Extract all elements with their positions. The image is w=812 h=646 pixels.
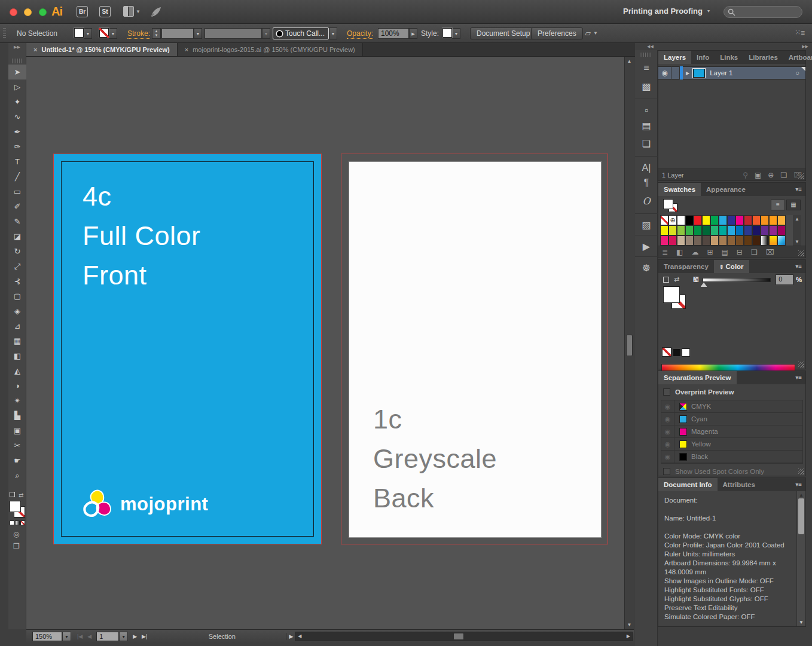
artboard-number-field[interactable]: 1 [96, 632, 119, 641]
swatch[interactable] [744, 215, 752, 225]
white-swatch-button[interactable] [682, 348, 690, 357]
screen-mode-icon[interactable]: ❐ [13, 542, 20, 550]
navigator-panel-icon[interactable]: ☸ [635, 256, 658, 274]
separation-cyan[interactable]: ◉ Cyan [661, 413, 802, 425]
swatch[interactable] [677, 215, 685, 225]
line-segment-tool[interactable]: ╱ [8, 169, 26, 184]
docinfo-panel-menu-icon[interactable]: ▾≡ [792, 478, 805, 491]
panel-tab[interactable]: Document Info [658, 478, 718, 491]
swatches-panel-menu-icon[interactable]: ▾≡ [792, 183, 805, 196]
tools-gripper[interactable] [12, 59, 22, 63]
eraser-tool[interactable]: ◪ [8, 229, 26, 244]
cc-libraries-icon[interactable]: ☁ [691, 248, 698, 256]
swatch[interactable] [752, 215, 761, 225]
color-fill-proxy[interactable] [663, 286, 680, 303]
swatch-scroll-down-icon[interactable]: ▼ [793, 239, 801, 244]
swatch-libraries-icon[interactable]: ≣ [662, 248, 668, 256]
swap-fill-stroke-icon[interactable]: ⇄ [19, 492, 23, 498]
slider-track[interactable] [703, 278, 771, 282]
swatch[interactable] [702, 215, 710, 225]
shaper-tool[interactable]: ✎ [8, 214, 26, 229]
swatch[interactable] [752, 235, 761, 246]
bridge-button[interactable]: Br [77, 6, 88, 17]
separation-visibility-icon[interactable]: ◉ [661, 425, 674, 438]
tab-close-icon[interactable]: × [33, 46, 37, 53]
canvas-vertical-scrollbar[interactable]: ▲ ▼ [624, 57, 634, 629]
panel-resize-grip[interactable] [798, 469, 804, 474]
layer-name[interactable]: Layer 1 [710, 69, 732, 76]
swatch[interactable] [769, 225, 777, 235]
close-window-button[interactable] [10, 8, 17, 16]
tools-panel-header[interactable]: ▶▶ [8, 43, 26, 57]
control-bar-gripper[interactable] [3, 28, 6, 39]
tab-close-icon[interactable]: × [185, 46, 188, 53]
fill-swatch[interactable] [74, 28, 84, 38]
slider-value-field[interactable]: 0 [776, 274, 793, 285]
graphic-style-control[interactable]: ▼ [442, 28, 460, 39]
zoom-level-field[interactable]: 150% [32, 632, 62, 641]
mesh-tool[interactable]: ▦ [8, 333, 26, 348]
swatch[interactable] [677, 235, 685, 246]
swatch[interactable] [694, 225, 702, 235]
transparency-panel-icon[interactable]: ▨ [635, 213, 658, 231]
swatch[interactable] [694, 215, 702, 225]
direct-selection-tool[interactable]: ▷ [8, 79, 26, 94]
stroke-weight-stepper[interactable]: ▲▼ [152, 28, 161, 39]
make-clipping-mask-icon[interactable]: ▣ [755, 171, 761, 179]
zoom-dropdown-icon[interactable]: ▼ [62, 632, 71, 641]
swatch[interactable] [702, 235, 710, 246]
panel-resize-grip[interactable] [798, 250, 804, 256]
search-input[interactable] [724, 6, 802, 18]
brush-dropdown-icon[interactable]: ▼ [329, 27, 337, 39]
gradient-tool[interactable]: ◧ [8, 348, 26, 363]
color-swap-icon[interactable]: ⇄ [674, 275, 679, 283]
docinfo-scroll-down-icon[interactable]: ▼ [797, 620, 805, 625]
shape-builder-tool[interactable]: ◈ [8, 304, 26, 319]
panel-tab[interactable]: Attributes [718, 478, 761, 491]
artboard-back[interactable]: 1c Greyscale Back [349, 162, 601, 537]
layer-lock-cell[interactable] [671, 66, 680, 79]
layer-thumbnail[interactable] [693, 69, 705, 78]
fill-proxy-swatch[interactable] [10, 501, 21, 512]
swatch-gradient-orange[interactable] [769, 235, 777, 246]
free-transform-tool[interactable]: ▢ [8, 289, 26, 304]
swatch[interactable] [710, 225, 719, 235]
swatch[interactable] [769, 215, 777, 225]
drawing-mode-icon[interactable]: ◎ [13, 530, 19, 538]
swatch[interactable] [727, 225, 735, 235]
panel-tab[interactable]: Links [715, 51, 743, 64]
none-mode-button[interactable] [20, 521, 25, 525]
control-panel-menu-icon[interactable]: ⁙≡ [795, 29, 805, 37]
separation-visibility-icon[interactable]: ◉ [661, 400, 674, 413]
slice-tool[interactable]: ✂ [8, 438, 26, 453]
swatch[interactable] [777, 215, 786, 225]
style-dropdown-icon[interactable]: ▼ [452, 28, 460, 39]
eyedropper-tool[interactable]: ◭ [8, 363, 26, 378]
gpu-performance-rocket-icon[interactable] [149, 6, 163, 18]
stroke-weight-select[interactable]: ▼ [161, 28, 202, 39]
stroke-weight-dropdown-icon[interactable]: ▼ [194, 28, 202, 39]
paintbrush-tool[interactable]: ✐ [8, 199, 26, 214]
swatch[interactable] [668, 235, 677, 246]
stroke-swatch[interactable] [99, 28, 109, 38]
scroll-down-icon[interactable]: ▼ [625, 622, 634, 627]
new-layer-icon[interactable]: ❏ [780, 171, 787, 179]
column-graph-tool[interactable]: ▙ [8, 408, 26, 423]
transform-panel-icon[interactable]: ▫ [635, 99, 658, 117]
gradient-mode-button[interactable] [15, 521, 20, 525]
workspace-switcher[interactable]: Printing and Proofing ▾ [623, 7, 710, 16]
docinfo-scroll-up-icon[interactable]: ▲ [797, 492, 805, 498]
swatch[interactable] [719, 225, 727, 235]
swatch[interactable] [685, 215, 694, 225]
swatch[interactable] [694, 235, 702, 246]
fill-dropdown-icon[interactable]: ▼ [84, 28, 92, 39]
isolate-selected-object-button[interactable]: ▱ ▼ [585, 29, 598, 38]
opacity-field[interactable]: 100% ▶ [378, 28, 417, 39]
stock-button[interactable]: St [99, 6, 111, 17]
swatch-gradient-bw[interactable] [761, 235, 769, 246]
swatch-menu-icon[interactable]: ⊞ [707, 248, 713, 256]
layer-target-icon[interactable]: ○ [795, 69, 799, 76]
swatch[interactable] [744, 235, 752, 246]
list-view-button[interactable]: ≡ [771, 200, 785, 210]
color-panel-menu-icon[interactable]: ▾≡ [792, 260, 805, 273]
